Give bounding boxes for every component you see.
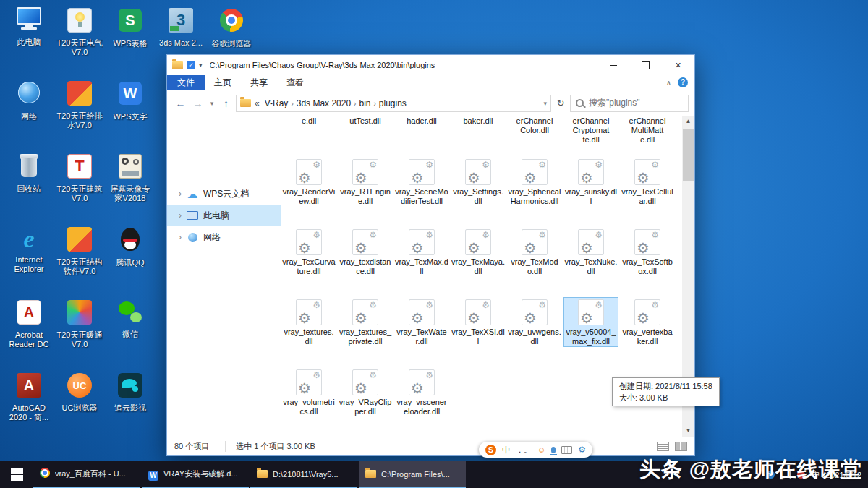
back-button[interactable]: ← xyxy=(173,98,188,109)
keyboard-icon[interactable] xyxy=(561,446,572,454)
file-item[interactable]: ⚙⚙vray_TexXSI.dll xyxy=(451,298,505,346)
desktop-icon-wps-doc[interactable]: WWPS文字 xyxy=(107,79,153,121)
file-item[interactable]: ⚙⚙vray_TexMaya.dll xyxy=(451,228,505,276)
desktop-icon-video-app[interactable]: 追云影视 xyxy=(107,371,153,413)
desktop-icon-autocad[interactable]: AAutoCAD 2020 - 简... xyxy=(6,371,52,422)
desktop-icon-t20-jiegou[interactable]: T20天正结构 软件V7.0 xyxy=(56,225,103,276)
scroll-down-icon[interactable]: ▼ xyxy=(682,425,694,437)
file-item[interactable]: ⚙⚙vray_vrscenereloader.dll xyxy=(395,368,448,416)
window-titlebar[interactable]: ✓ ▾ C:\Program Files\Chaos Group\V-Ray\3… xyxy=(167,55,694,75)
desktop-icon-internet-explorer[interactable]: eInternet Explorer xyxy=(6,225,52,274)
desktop-icon-network[interactable]: 网络 xyxy=(6,79,52,121)
start-button[interactable] xyxy=(0,461,33,488)
file-item-partial[interactable]: erChannelColor.dll xyxy=(508,116,561,135)
ime-lang-toggle[interactable]: 中 xyxy=(502,445,510,455)
file-item[interactable]: ⚙⚙vray_volumetrics.dll xyxy=(282,368,336,416)
desktop-icon-t20-nuantong[interactable]: T20天正暖通 V7.0 xyxy=(56,298,103,349)
file-item[interactable]: ⚙⚙vray_SphericalHarmonics.dll xyxy=(508,158,561,206)
file-item[interactable]: ⚙⚙vray_textures.dll xyxy=(282,298,336,346)
minimize-button[interactable] xyxy=(597,55,629,75)
chevron-right-icon[interactable]: › xyxy=(179,189,182,199)
tab-share[interactable]: 共享 xyxy=(241,75,277,90)
desktop-icon-t20-dianqi[interactable]: T20天正电气 V7.0 xyxy=(56,6,103,57)
details-view-button[interactable] xyxy=(657,442,669,451)
desktop-icon-acrobat-reader[interactable]: AAcrobat Reader DC xyxy=(6,298,52,349)
desktop-icon-tencent-qq[interactable]: 腾讯QQ xyxy=(107,225,153,267)
tab-view[interactable]: 查看 xyxy=(277,75,313,90)
address-dropdown-icon[interactable]: ▾ xyxy=(543,100,547,107)
breadcrumb-overflow[interactable]: « xyxy=(255,98,260,108)
file-item-partial[interactable]: erChannelCryptomatte.dll xyxy=(564,116,618,145)
help-icon[interactable]: ? xyxy=(678,77,688,87)
scrollbar-thumb[interactable] xyxy=(683,129,694,181)
file-item[interactable]: ⚙⚙vray_TexNuke.dll xyxy=(564,228,618,276)
desktop-icon-wechat[interactable]: 微信 xyxy=(107,298,153,339)
desktop-icon-uc-browser[interactable]: UCUC浏览器 xyxy=(56,371,103,413)
file-item-partial[interactable]: erChannelMultiMatte.dll xyxy=(621,116,674,145)
desktop-icon-t20-geipaishui[interactable]: T20天正给排 水V7.0 xyxy=(56,79,103,130)
close-button[interactable]: × xyxy=(662,55,694,75)
desktop-icon-t20-jianzhu[interactable]: TT20天正建筑 V7.0 xyxy=(56,152,103,203)
ime-emoji-picker[interactable]: ☺ xyxy=(537,445,545,454)
search-box[interactable]: 搜索"plugins" xyxy=(570,95,689,112)
taskbar-button[interactable]: WVRAY安装与破解.d... xyxy=(142,461,249,488)
maximize-button[interactable] xyxy=(629,55,662,75)
file-item[interactable]: ⚙⚙vray_TexWater.dll xyxy=(395,298,448,346)
sogou-logo-icon[interactable]: S xyxy=(485,445,496,455)
file-item[interactable]: ⚙⚙vray_Settings.dll xyxy=(451,158,505,206)
file-item-partial[interactable]: hader.dll xyxy=(395,116,448,126)
ime-settings-icon[interactable]: ⚙ xyxy=(578,445,586,454)
breadcrumb-item[interactable]: 3ds Max 2020 xyxy=(295,98,352,108)
file-item[interactable]: ⚙⚙vray_uvwgens.dll xyxy=(508,298,561,346)
sidebar-item-network[interactable]: ›网络 xyxy=(167,226,281,248)
forward-button[interactable]: → xyxy=(190,98,205,109)
file-item[interactable]: ⚙⚙vray_VRayClipper.dll xyxy=(339,368,392,416)
breadcrumb-item[interactable]: plugins xyxy=(378,98,408,108)
file-item[interactable]: ⚙⚙vray_TexMax.dll xyxy=(395,228,448,276)
file-item[interactable]: ⚙⚙vray_TexSoftbox.dll xyxy=(621,228,674,276)
refresh-button[interactable]: ↻ xyxy=(553,98,568,108)
ime-punctuation[interactable]: ，。 xyxy=(516,445,532,455)
collapse-ribbon-icon[interactable]: ∧ xyxy=(666,79,671,87)
desktop-icon-screen-recorder[interactable]: 屏幕录像专 家V2018 xyxy=(107,152,153,203)
history-dropdown-icon[interactable]: ▾ xyxy=(208,100,216,107)
file-item-partial[interactable]: utTest.dll xyxy=(339,116,392,126)
sidebar-item-this-pc[interactable]: ›此电脑 xyxy=(167,205,281,226)
chevron-down-icon[interactable]: ▾ xyxy=(199,61,203,69)
file-item[interactable]: ⚙⚙vray_RenderView.dll xyxy=(282,158,336,206)
taskbar-button[interactable]: C:\Program Files\... xyxy=(359,461,466,488)
desktop-icon-chrome[interactable]: 谷歌浏览器 xyxy=(208,6,255,48)
large-icons-view-button[interactable] xyxy=(675,442,687,451)
taskbar-button[interactable]: D:\210811\Vray5... xyxy=(250,461,357,488)
chevron-right-icon[interactable]: › xyxy=(179,210,182,221)
breadcrumb-item[interactable]: bin xyxy=(357,98,372,108)
file-item[interactable]: ⚙⚙vray_TexCellular.dll xyxy=(621,158,674,206)
desktop-icon-3ds-max[interactable]: 33ds Max 2... xyxy=(158,6,204,48)
taskbar-button[interactable]: vray_百度百科 - U... xyxy=(33,461,140,488)
chevron-right-icon[interactable]: › xyxy=(179,232,182,242)
sidebar-item-wps-cloud[interactable]: ›☁WPS云文档 xyxy=(167,183,281,205)
file-item[interactable]: ⚙⚙vray_texdistance.dll xyxy=(339,228,392,276)
quick-access-toolbar[interactable]: ✓ ▾ xyxy=(172,61,203,69)
ime-toolbar[interactable]: S 中，。☺ ⚙ xyxy=(479,442,592,458)
breadcrumb-item[interactable]: V-Ray xyxy=(263,98,290,108)
file-item[interactable]: ⚙⚙vray_vertexbaker.dll xyxy=(621,298,674,346)
desktop-icon-recycle-bin[interactable]: 回收站 xyxy=(6,152,52,194)
desktop-icon-this-pc[interactable]: 此电脑 xyxy=(6,6,52,47)
desktop-icon-wps-sheet[interactable]: SWPS表格 xyxy=(107,6,153,48)
scroll-up-icon[interactable]: ▲ xyxy=(682,116,694,127)
file-item[interactable]: ⚙⚙vray_textures_private.dll xyxy=(339,298,392,346)
file-item[interactable]: ⚙⚙vray_RTEngine.dll xyxy=(339,158,392,206)
file-item-partial[interactable]: baker.dll xyxy=(451,116,505,126)
file-item[interactable]: ⚙⚙vray_v50004_max_fix.dll xyxy=(564,298,618,346)
up-button[interactable]: ↑ xyxy=(218,98,234,109)
address-bar[interactable]: « V-Ray›3ds Max 2020›bin›plugins ▾ xyxy=(236,95,551,112)
file-item[interactable]: ⚙⚙vray_sunsky.dll xyxy=(564,158,618,206)
tab-file[interactable]: 文件 xyxy=(167,75,205,90)
file-item[interactable]: ⚙⚙vray_SceneModifierTest.dll xyxy=(395,158,448,206)
file-item[interactable]: ⚙⚙vray_TexCurvature.dll xyxy=(282,228,336,276)
file-item[interactable]: ⚙⚙vray_TexModo.dll xyxy=(508,228,561,276)
file-item-partial[interactable]: e.dll xyxy=(282,116,336,126)
tab-home[interactable]: 主页 xyxy=(205,75,241,90)
microphone-icon[interactable] xyxy=(551,447,556,453)
